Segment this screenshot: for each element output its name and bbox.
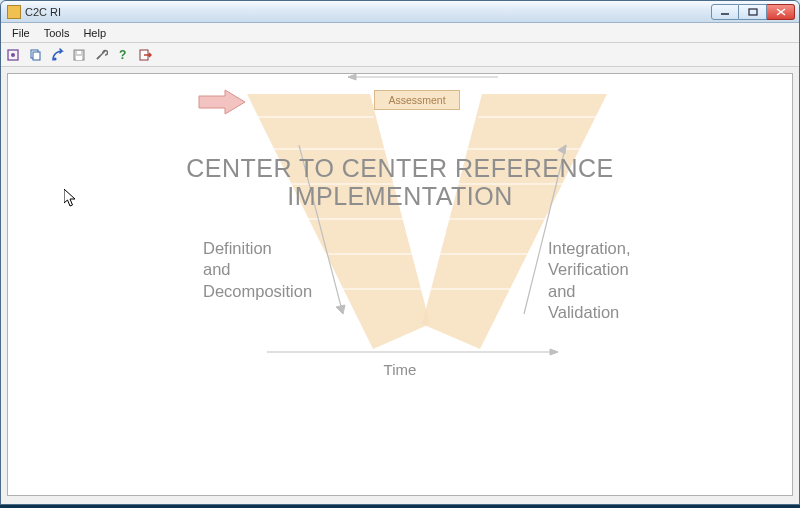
- svg-rect-7: [33, 52, 40, 60]
- exit-icon[interactable]: [137, 47, 153, 63]
- content-area: Assessment CENTER TO CENTER REFERENCE IM…: [1, 67, 799, 504]
- top-arrow-icon: [338, 73, 508, 82]
- main-title-line1: CENTER TO CENTER REFERENCE: [8, 154, 792, 183]
- mouse-cursor-icon: [64, 189, 78, 209]
- time-axis-label: Time: [8, 361, 792, 378]
- svg-marker-37: [64, 189, 75, 206]
- svg-rect-10: [76, 56, 82, 60]
- current-phase-arrow-icon: [197, 88, 249, 118]
- menu-file[interactable]: File: [5, 25, 37, 41]
- svg-marker-15: [348, 74, 356, 80]
- help-icon[interactable]: ?: [115, 47, 131, 63]
- run-icon[interactable]: [49, 47, 65, 63]
- canvas: Assessment CENTER TO CENTER REFERENCE IM…: [7, 73, 793, 496]
- svg-marker-33: [558, 145, 566, 154]
- svg-rect-1: [749, 9, 757, 15]
- minimize-button[interactable]: [711, 4, 739, 20]
- app-icon: [7, 5, 21, 19]
- svg-text:?: ?: [119, 48, 126, 62]
- svg-point-8: [53, 57, 56, 60]
- assessment-box: Assessment: [374, 90, 460, 110]
- svg-marker-36: [199, 90, 245, 114]
- main-title-line2: IMPLEMENTATION: [8, 182, 792, 211]
- menu-tools[interactable]: Tools: [37, 25, 77, 41]
- maximize-button[interactable]: [739, 4, 767, 20]
- copy-icon[interactable]: [27, 47, 43, 63]
- svg-marker-31: [336, 305, 345, 314]
- menu-help[interactable]: Help: [76, 25, 113, 41]
- app-window: C2C RI File Tools Help: [0, 0, 800, 505]
- titlebar[interactable]: C2C RI: [1, 1, 799, 23]
- svg-point-5: [11, 53, 15, 57]
- window-title: C2C RI: [25, 6, 711, 18]
- toolbar: ?: [1, 43, 799, 67]
- close-button[interactable]: [767, 4, 795, 20]
- tools-icon[interactable]: [93, 47, 109, 63]
- right-phase-label: Integration, Verification and Validation: [548, 238, 668, 324]
- window-controls: [711, 4, 795, 20]
- svg-rect-11: [77, 51, 81, 54]
- assessment-label: Assessment: [388, 94, 445, 106]
- time-arrow-icon: [263, 347, 568, 357]
- new-config-icon[interactable]: [5, 47, 21, 63]
- menubar: File Tools Help: [1, 23, 799, 43]
- svg-marker-35: [550, 349, 558, 355]
- left-phase-label: Definition and Decomposition: [203, 238, 323, 302]
- save-icon[interactable]: [71, 47, 87, 63]
